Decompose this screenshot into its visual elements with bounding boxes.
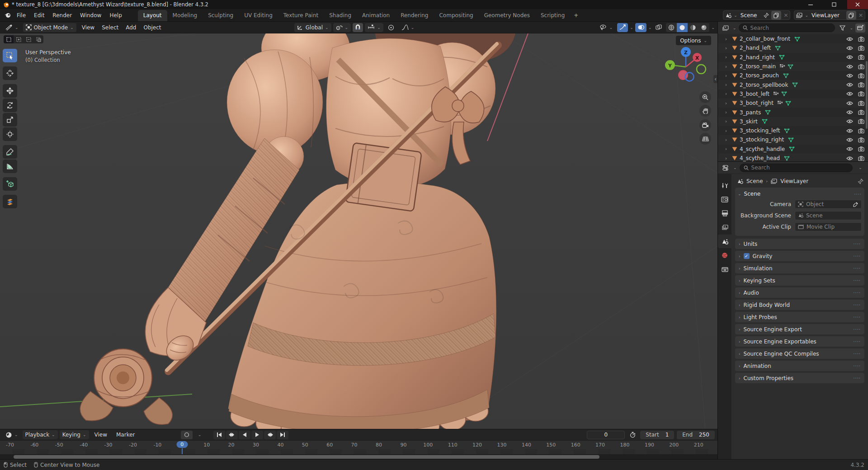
eyedropper-icon[interactable] [853, 202, 859, 207]
hide-in-viewport-toggle[interactable] [844, 108, 854, 117]
disable-in-renders-toggle[interactable] [856, 43, 866, 52]
section-rigid-body-world[interactable]: ›Rigid Body World···· [735, 300, 864, 310]
panel-drag-handle[interactable]: ···· [853, 254, 861, 258]
overlays-dropdown-icon[interactable]: ⌄ [648, 25, 652, 30]
section-source-engine-export[interactable]: ›Source Engine Export···· [735, 324, 864, 334]
playback-dropdown[interactable]: Playback⌄ [23, 430, 58, 439]
expand-chevron-icon[interactable]: › [725, 137, 730, 142]
workspace-tab-animation[interactable]: Animation [357, 10, 395, 21]
disable-in-renders-toggle[interactable] [856, 80, 866, 89]
scene-panel-header[interactable]: ⌄ Scene ···· [738, 189, 862, 198]
outliner-item-4-scythe-handle[interactable]: ›4_scythe_handle [718, 145, 868, 154]
viewport-canvas[interactable]: User Perspective (0) Collection Options … [0, 33, 717, 429]
menu-help[interactable]: Help [105, 11, 126, 20]
sidebar-collapse-chevron[interactable]: ‹ [713, 75, 717, 83]
object-name[interactable]: 2_torso_pouch [740, 72, 779, 79]
object-name[interactable]: 4_scythe_handle [740, 146, 785, 152]
section-simulation[interactable]: ›Simulation···· [735, 263, 864, 273]
select-mode-extend-button[interactable] [14, 35, 24, 43]
jump-to-end-button[interactable] [277, 431, 288, 439]
panel-drag-handle[interactable]: ···· [853, 327, 861, 332]
mode-dropdown[interactable]: Object Mode ⌄ [23, 23, 76, 32]
hide-in-viewport-toggle[interactable] [844, 53, 854, 62]
shading-material-button[interactable] [688, 23, 698, 32]
timeline-view-menu[interactable]: View [91, 430, 111, 439]
panel-drag-handle[interactable]: ···· [853, 241, 861, 246]
outliner-scrollbar[interactable] [866, 61, 868, 129]
hide-in-viewport-toggle[interactable] [844, 62, 854, 71]
object-name[interactable]: 3_pants [740, 109, 761, 116]
section-custom-properties[interactable]: ›Custom Properties···· [735, 373, 864, 383]
auto-keying-toggle[interactable] [181, 431, 193, 439]
object-name[interactable]: 3_stocking_left [740, 127, 780, 134]
outliner-item-2-torso-main[interactable]: ›2_torso_main [718, 62, 868, 71]
outliner-item-4-scythe-head[interactable]: ›4_scythe_head [718, 154, 868, 161]
viewlayer-name[interactable]: ViewLayer [811, 12, 844, 19]
tool-transform-button[interactable] [3, 127, 17, 141]
new-collection-button[interactable] [855, 24, 865, 33]
select-mode-intersect-button[interactable] [33, 35, 43, 43]
disable-in-renders-toggle[interactable] [856, 71, 866, 80]
expand-chevron-icon[interactable]: › [725, 64, 730, 69]
workspace-tab-geometry-nodes[interactable]: Geometry Nodes [479, 10, 535, 21]
use-preview-range-toggle[interactable] [627, 430, 637, 439]
expand-chevron-icon[interactable]: › [725, 55, 730, 60]
close-button[interactable] [847, 0, 868, 9]
disable-in-renders-toggle[interactable] [856, 108, 866, 117]
expand-chevron-icon[interactable]: › [725, 128, 730, 133]
section-audio[interactable]: ›Audio···· [735, 287, 864, 298]
tab-view-layer[interactable] [718, 221, 731, 234]
panel-drag-handle[interactable]: ···· [853, 278, 861, 283]
hide-in-viewport-toggle[interactable] [844, 99, 854, 108]
filter-icon[interactable] [837, 24, 847, 33]
properties-search[interactable] [740, 164, 853, 172]
workspace-tab-compositing[interactable]: Compositing [434, 10, 478, 21]
expand-chevron-icon[interactable]: › [725, 82, 730, 87]
auto-keying-dropdown[interactable]: ⌄ [193, 431, 205, 439]
expand-chevron-icon[interactable]: › [725, 46, 730, 51]
expand-chevron-icon[interactable]: › [725, 110, 730, 115]
section-keying-sets[interactable]: ›Keying Sets···· [735, 275, 864, 286]
gizmos-dropdown-icon[interactable]: ⌄ [630, 25, 633, 30]
select-mode-subtract-button[interactable] [24, 35, 33, 43]
expand-chevron-icon[interactable]: › [725, 101, 730, 106]
next-keyframe-button[interactable] [264, 431, 276, 439]
pan-hand-button[interactable] [699, 105, 711, 117]
disable-in-renders-toggle[interactable] [856, 89, 866, 99]
shading-dropdown-icon[interactable]: ⌄ [711, 25, 715, 30]
tool-add-cube-button[interactable] [3, 177, 17, 191]
previous-keyframe-button[interactable] [226, 431, 238, 439]
minimize-button[interactable] [800, 0, 821, 9]
disable-in-renders-toggle[interactable] [856, 145, 866, 154]
panel-drag-handle[interactable]: ···· [853, 376, 861, 381]
panel-drag-handle[interactable]: ···· [853, 315, 861, 320]
panel-drag-handle[interactable]: ···· [854, 192, 862, 197]
disable-in-renders-toggle[interactable] [856, 62, 866, 71]
section-source-engine-exportables[interactable]: ›Source Engine Exportables···· [735, 336, 864, 347]
outliner-item-3-boot-right[interactable]: ›3_boot_right [718, 99, 868, 108]
section-animation[interactable]: ›Animation···· [735, 361, 864, 371]
expand-chevron-icon[interactable]: › [725, 91, 730, 96]
viewport-menu-object[interactable]: Object [140, 23, 165, 32]
breadcrumb-scene[interactable]: Scene [746, 178, 763, 184]
object-name[interactable]: 2_collar_bow_front [740, 36, 790, 42]
orthographic-grid-button[interactable] [699, 133, 711, 145]
gizmos-toggle[interactable] [617, 23, 628, 32]
keying-dropdown[interactable]: Keying⌄ [60, 430, 89, 439]
scene-selector[interactable]: ⌄ Scene ✕ [723, 10, 790, 20]
camera-view-button[interactable] [699, 119, 711, 131]
tool-move-button[interactable] [3, 84, 17, 98]
tool-measure-button[interactable] [3, 160, 17, 173]
editor-type-button[interactable]: ⌄ [3, 23, 21, 32]
overlays-toggle[interactable] [635, 23, 646, 32]
object-name[interactable]: 3_boot_left [740, 91, 769, 97]
object-name[interactable]: 3_stocking_right [740, 136, 784, 143]
pivot-point-dropdown[interactable]: ⌄ [333, 23, 351, 32]
tool-annotate-button[interactable] [3, 145, 17, 159]
outliner-search-input[interactable] [750, 25, 831, 31]
menu-window[interactable]: Window [76, 11, 105, 20]
menu-file[interactable]: File [13, 11, 30, 20]
tool-cursor-button[interactable] [3, 66, 17, 80]
add-workspace-button[interactable]: + [570, 10, 582, 20]
shading-solid-button[interactable] [677, 23, 688, 32]
